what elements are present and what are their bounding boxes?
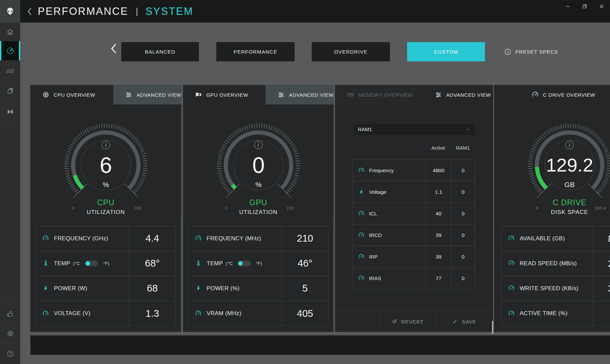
table-row: Voltage 1.1 0 bbox=[353, 181, 475, 203]
sliders-icon bbox=[125, 91, 132, 98]
tab-cpu-advanced-view[interactable]: ADVANCED VIEW bbox=[113, 85, 181, 104]
undo-icon: ↺ bbox=[392, 318, 397, 325]
tab-memory-advanced-view[interactable]: ADVANCED VIEW bbox=[423, 85, 493, 104]
table-row: VOLTAGE (V) 1.3 bbox=[36, 301, 176, 326]
sidebar-item-help[interactable] bbox=[0, 343, 20, 364]
preset-specs-label: PRESET SPECS bbox=[515, 49, 558, 55]
tab-cdrive-overview[interactable]: C DRIVE OVERVIEW bbox=[494, 85, 610, 104]
collapsed-section-strip[interactable] bbox=[30, 335, 610, 355]
ram-select-dropdown[interactable]: RAM1 bbox=[353, 124, 475, 135]
chevron-down-icon bbox=[465, 127, 470, 132]
gauge-icon bbox=[508, 235, 515, 242]
preset-custom-button[interactable]: CUSTOM bbox=[407, 42, 485, 61]
gpu-utilization-value: 0 bbox=[215, 152, 302, 179]
cdrive-available-value: 8 bbox=[608, 226, 610, 251]
voltage-ram1-value: 0 bbox=[451, 181, 475, 203]
back-button[interactable] bbox=[26, 7, 32, 16]
cpu-frequency-value: 4.4 bbox=[129, 226, 176, 251]
cdrive-gauge-subtitle: DISK SPACE bbox=[494, 209, 610, 216]
preset-balanced-button[interactable]: BALANCED bbox=[121, 42, 199, 61]
info-icon bbox=[504, 48, 511, 55]
thermometer-icon bbox=[195, 260, 202, 267]
tab-cpu-overview[interactable]: CPU OVERVIEW bbox=[30, 85, 113, 104]
sidebar-item-peripherals[interactable] bbox=[0, 61, 20, 81]
memory-timings-table: Frequency 4800 0 Voltage 1.1 0 tCL 40 0 … bbox=[353, 159, 475, 290]
info-icon[interactable] bbox=[254, 141, 263, 149]
save-button[interactable]: ✓ SAVE bbox=[436, 311, 493, 332]
bolt-icon bbox=[195, 285, 202, 292]
table-row: ACTIVE TIME (%) bbox=[501, 301, 610, 326]
gauge-icon bbox=[358, 232, 364, 238]
info-icon[interactable] bbox=[102, 141, 110, 149]
scrollbar[interactable] bbox=[333, 216, 334, 332]
sidebar-item-performance[interactable] bbox=[0, 41, 20, 61]
trp-ram1-value: 0 bbox=[451, 246, 475, 267]
tab-gpu-overview[interactable]: GPU OVERVIEW bbox=[183, 85, 266, 104]
gauge-icon bbox=[358, 275, 364, 281]
title-bar: PERFORMANCE | SYSTEM bbox=[0, 0, 610, 23]
gpu-temp-unit-toggle[interactable] bbox=[238, 261, 251, 266]
gauge-icon bbox=[42, 310, 49, 317]
bolt-icon bbox=[42, 285, 49, 292]
alienware-logo[interactable] bbox=[0, 0, 20, 23]
sidebar-item-feedback[interactable] bbox=[0, 303, 20, 324]
gauge-icon bbox=[508, 260, 515, 267]
gpu-frequency-value: 210 bbox=[281, 226, 328, 251]
memory-column-header-ram1: RAM1 bbox=[451, 145, 475, 152]
voltage-active-value: 1.1 bbox=[426, 181, 451, 203]
sliders-icon bbox=[278, 91, 284, 98]
table-row: POWER (%) 5 bbox=[188, 276, 328, 301]
cpu-temp-unit-toggle[interactable] bbox=[85, 261, 98, 266]
table-row: TEMP(°C°F) 46° bbox=[188, 251, 328, 276]
gauge-icon bbox=[358, 211, 364, 217]
sidebar-item-fx[interactable] bbox=[0, 101, 20, 121]
table-row: tRCD 39 0 bbox=[353, 224, 475, 246]
thumbs-up-icon bbox=[7, 310, 14, 317]
table-row: WRITE SPEED (KB/s) 3 bbox=[501, 276, 610, 301]
preset-specs-button[interactable]: PRESET SPECS bbox=[504, 42, 558, 61]
info-icon[interactable] bbox=[566, 141, 574, 149]
revert-button[interactable]: ↺ REVERT bbox=[380, 311, 436, 332]
tab-gpu-advanced-view[interactable]: ADVANCED VIEW bbox=[266, 85, 334, 104]
table-row: AVAILABLE (GB) 8 bbox=[501, 226, 610, 251]
cpu-chip-icon bbox=[42, 91, 49, 98]
preset-performance-button[interactable]: PERFORMANCE bbox=[216, 42, 295, 61]
sidebar-item-settings[interactable] bbox=[0, 324, 20, 343]
gauge-icon bbox=[42, 235, 49, 242]
table-row: FREQUENCY (MHz) 210 bbox=[188, 226, 328, 251]
alienware-command-center-window: PERFORMANCE | SYSTEM BALANCED PERFORMANC… bbox=[0, 0, 610, 364]
scrollbar[interactable] bbox=[180, 216, 181, 332]
check-icon: ✓ bbox=[453, 318, 458, 325]
cdrive-space-value: 129.2 bbox=[526, 152, 610, 179]
drive-gauge-icon bbox=[532, 91, 539, 98]
cdrive-write-speed-value: 3 bbox=[608, 276, 610, 301]
sidebar-item-library[interactable] bbox=[0, 81, 20, 101]
scrollbar-thumb[interactable] bbox=[492, 321, 493, 334]
table-row: tCL 40 0 bbox=[353, 203, 475, 224]
ram-icon bbox=[347, 91, 354, 98]
cpu-utilization-value: 6 bbox=[62, 152, 150, 179]
settings-gear-icon bbox=[7, 330, 14, 337]
gpu-power-value: 5 bbox=[281, 276, 328, 301]
memory-column-header-active: Active bbox=[426, 145, 451, 152]
cpu-gauge-subtitle: UTILIZATION bbox=[30, 209, 181, 216]
trp-active-value: 39 bbox=[426, 246, 451, 267]
preset-overdrive-button[interactable]: OVERDRIVE bbox=[312, 42, 390, 61]
maximize-icon[interactable] bbox=[576, 0, 593, 13]
thermometer-icon bbox=[42, 260, 49, 267]
presets-scroll-left[interactable] bbox=[109, 41, 117, 56]
close-icon[interactable] bbox=[593, 0, 610, 13]
tab-memory-overview[interactable]: MEMORY OVERVIEW bbox=[335, 85, 423, 104]
cpu-temp-value: 68° bbox=[129, 251, 176, 276]
gpu-temp-value: 46° bbox=[281, 251, 328, 276]
tcl-active-value: 40 bbox=[426, 203, 451, 224]
sidebar-nav bbox=[0, 23, 20, 364]
page-title: PERFORMANCE bbox=[38, 5, 128, 18]
gauge-icon bbox=[195, 235, 202, 242]
cpu-gauge-title: CPU bbox=[30, 198, 181, 207]
memory-panel: MEMORY OVERVIEW ADVANCED VIEW RAM1 Activ… bbox=[335, 85, 493, 332]
table-row: tRAS 77 0 bbox=[353, 268, 475, 289]
minimize-icon[interactable] bbox=[559, 0, 576, 13]
cpu-voltage-value: 1.3 bbox=[129, 301, 176, 326]
sidebar-item-home[interactable] bbox=[0, 23, 20, 41]
